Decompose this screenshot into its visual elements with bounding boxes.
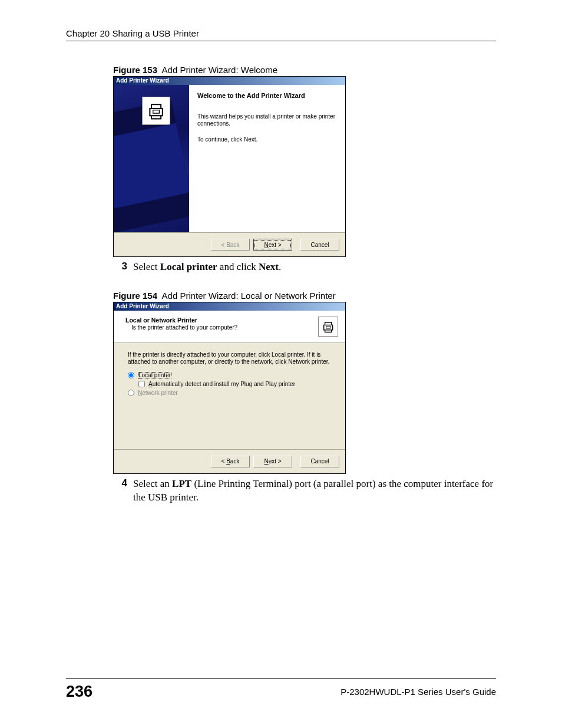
step-4-text: Select an LPT (Line Printing Terminal) p… [133, 477, 496, 505]
figure-153-caption: Figure 153 Add Printer Wizard: Welcome [113, 65, 496, 75]
wizard-sidebar-graphic [114, 85, 189, 232]
radio-local-printer-input[interactable] [128, 372, 134, 378]
printer-icon [318, 317, 338, 337]
radio-network-printer-input[interactable] [128, 390, 134, 396]
step-4: 4 Select an LPT (Line Printing Terminal)… [113, 477, 496, 505]
cancel-button[interactable]: Cancel [300, 456, 339, 467]
printer-icon [142, 97, 170, 125]
radio-local-printer[interactable]: Local printer [128, 372, 331, 378]
figure-154-title: Add Printer Wizard: Local or Network Pri… [162, 291, 336, 301]
guide-title: P-2302HWUDL-P1 Series User's Guide [340, 687, 496, 697]
wizard-welcome: Add Printer Wizard Welcome to the Add Pr… [113, 76, 346, 257]
wizard-local-network: Add Printer Wizard Local or Network Prin… [113, 302, 346, 474]
checkbox-auto-detect-input[interactable] [138, 381, 145, 387]
wizard2-body: If the printer is directly attached to y… [114, 343, 345, 449]
figure-154-caption: Figure 154 Add Printer Wizard: Local or … [113, 291, 496, 301]
svg-rect-1 [326, 326, 330, 328]
svg-rect-0 [153, 110, 160, 113]
wizard-welcome-line2: To continue, click Next. [197, 136, 337, 144]
wizard-welcome-content: Welcome to the Add Printer Wizard This w… [189, 85, 345, 232]
wizard2-header-title: Local or Network Printer [125, 317, 318, 324]
running-header: Chapter 20 Sharing a USB Printer [66, 28, 496, 41]
step-3: 3 Select Local printer and click Next. [113, 261, 496, 274]
wizard-welcome-footer: < Back Next > Cancel [114, 232, 345, 256]
next-button[interactable]: Next > [253, 239, 292, 251]
step-3-text: Select Local printer and click Next. [133, 261, 496, 274]
figure-153-title: Add Printer Wizard: Welcome [162, 65, 277, 75]
radio-network-printer[interactable]: Network printer [128, 390, 331, 396]
figure-154-label: Figure 154 [113, 291, 157, 301]
figure-153-label: Figure 153 [113, 65, 157, 75]
page-footer: 236 P-2302HWUDL-P1 Series User's Guide [66, 678, 496, 701]
cancel-button[interactable]: Cancel [300, 239, 339, 251]
wizard2-header-subtitle: Is the printer attached to your computer… [131, 324, 318, 331]
step-3-number: 3 [113, 261, 127, 274]
wizard2-titlebar: Add Printer Wizard [114, 302, 345, 311]
wizard-welcome-heading: Welcome to the Add Printer Wizard [197, 92, 337, 100]
back-button: < Back [211, 239, 250, 251]
back-button[interactable]: < Back [211, 456, 250, 467]
wizard-welcome-titlebar: Add Printer Wizard [114, 77, 345, 85]
checkbox-auto-detect[interactable]: Automatically detect and install my Plug… [138, 381, 331, 387]
next-button[interactable]: Next > [253, 456, 292, 467]
step-4-number: 4 [113, 477, 127, 505]
wizard2-instructions: If the printer is directly attached to y… [128, 351, 331, 366]
wizard2-footer: < Back Next > Cancel [114, 449, 345, 473]
page-number: 236 [66, 683, 92, 701]
wizard2-header: Local or Network Printer Is the printer … [114, 311, 345, 343]
wizard-welcome-line1: This wizard helps you install a printer … [197, 113, 337, 128]
